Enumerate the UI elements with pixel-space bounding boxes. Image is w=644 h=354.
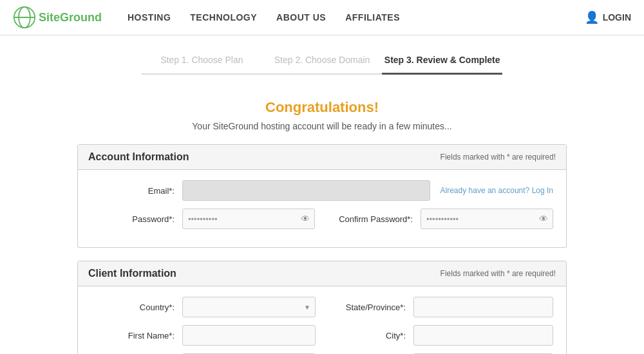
step-2[interactable]: Step 2. Choose Domain [262, 48, 383, 75]
login-label: LOGIN [603, 12, 631, 23]
nav-about-us[interactable]: ABOUT US [276, 12, 326, 23]
city-input[interactable] [413, 325, 553, 346]
client-section-note: Fields marked with * are required! [440, 269, 556, 278]
email-label: Email*: [91, 186, 175, 196]
client-section: Client Information Fields marked with * … [77, 261, 567, 354]
confirm-password-label: Confirm Password*: [323, 214, 413, 224]
navbar: SiteGround HOSTING TECHNOLOGY ABOUT US A… [0, 0, 644, 35]
logo-text: SiteGround [39, 11, 102, 24]
state-row: State/Province*: [328, 297, 553, 317]
nav-technology[interactable]: TECHNOLOGY [190, 12, 257, 23]
state-input[interactable] [413, 297, 553, 317]
password-wrapper: 👁 [182, 209, 315, 229]
client-section-body: Country*: ▼ First Name*: Last Name*: [78, 286, 566, 354]
user-icon: 👤 [585, 10, 599, 24]
password-eye-icon[interactable]: 👁 [301, 214, 310, 224]
first-name-input[interactable] [182, 325, 316, 346]
nav-links: HOSTING TECHNOLOGY ABOUT US AFFILIATES [128, 12, 585, 23]
country-label: Country*: [91, 303, 175, 312]
congratulations-text: Congratulations! [77, 99, 567, 116]
confirm-eye-icon[interactable]: 👁 [539, 214, 548, 224]
subtitle-text: Your SiteGround hosting account will be … [77, 121, 567, 131]
account-section: Account Information Fields marked with *… [77, 144, 567, 248]
account-section-note: Fields marked with * are required! [440, 153, 556, 162]
email-row: Email*: Already have an account? Log In [91, 180, 553, 201]
state-label: State/Province*: [328, 303, 406, 312]
password-label: Password*: [91, 214, 175, 224]
nav-affiliates[interactable]: AFFILIATES [345, 12, 400, 23]
step-1[interactable]: Step 1. Choose Plan [142, 48, 262, 75]
email-input[interactable] [182, 180, 430, 201]
steps-bar: Step 1. Choose Plan Step 2. Choose Domai… [142, 35, 502, 75]
country-select-wrapper: ▼ [182, 297, 316, 317]
already-have-account-link[interactable]: Already have an account? Log In [440, 186, 553, 195]
client-form-grid: Country*: ▼ First Name*: Last Name*: [91, 297, 553, 354]
account-section-body: Email*: Already have an account? Log In … [78, 170, 566, 247]
country-row: Country*: ▼ [91, 297, 316, 317]
account-section-header: Account Information Fields marked with *… [78, 145, 566, 170]
client-left-col: Country*: ▼ First Name*: Last Name*: [91, 297, 316, 354]
account-section-title: Account Information [88, 151, 189, 163]
client-section-title: Client Information [88, 268, 176, 279]
client-right-col: State/Province*: City*: Street Address*: [328, 297, 553, 354]
main-content: Congratulations! Your SiteGround hosting… [0, 75, 644, 354]
confirm-password-wrapper: 👁 [421, 209, 553, 229]
client-section-header: Client Information Fields marked with * … [78, 261, 566, 286]
step-3[interactable]: Step 3. Review & Complete [382, 48, 502, 75]
confirm-password-input[interactable] [421, 209, 553, 229]
password-input[interactable] [182, 209, 315, 229]
city-label: City*: [328, 331, 406, 340]
city-row: City*: [328, 325, 553, 346]
first-name-label: First Name*: [91, 331, 175, 340]
first-name-row: First Name*: [91, 325, 316, 346]
logo-link[interactable]: SiteGround [13, 6, 102, 29]
login-link[interactable]: 👤 LOGIN [585, 10, 631, 24]
nav-hosting[interactable]: HOSTING [128, 12, 171, 23]
password-row: Password*: 👁 Confirm Password*: 👁 [91, 209, 553, 229]
country-select[interactable] [182, 297, 316, 317]
